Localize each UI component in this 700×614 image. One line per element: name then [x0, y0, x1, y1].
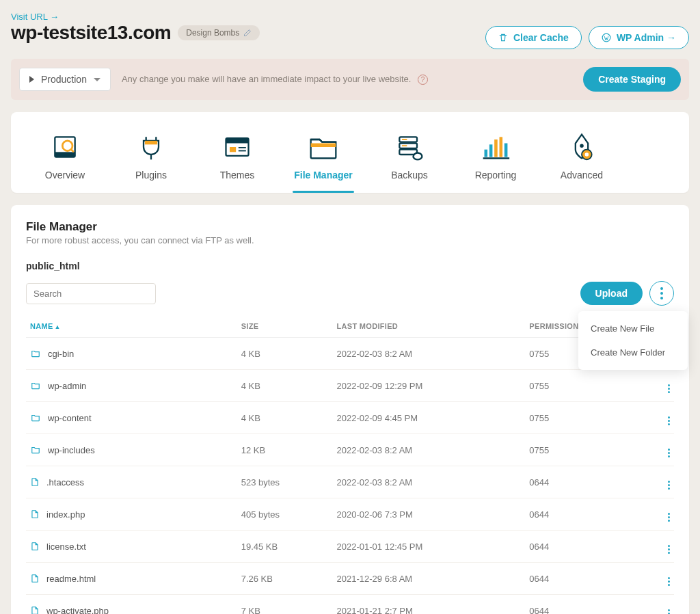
file-name: readme.html [46, 574, 96, 584]
themes-icon [197, 130, 278, 164]
file-name: wp-includes [48, 445, 95, 455]
file-permissions: 0644 [525, 531, 654, 563]
table-row[interactable]: wp-content 4 KB 2022-02-09 4:45 PM 0755 [26, 402, 674, 434]
file-permissions: 0644 [525, 466, 654, 498]
file-size: 523 bytes [237, 466, 333, 498]
table-row[interactable]: readme.html 7.26 KB 2021-12-29 6:8 AM 06… [26, 563, 674, 595]
table-row[interactable]: license.txt 19.45 KB 2022-01-01 12:45 PM… [26, 531, 674, 563]
staging-banner: Production Any change you make will have… [11, 59, 689, 100]
file-name-cell: readme.html [30, 573, 233, 584]
visit-url-link[interactable]: Visit URL → [11, 12, 59, 22]
file-manager-icon [283, 130, 364, 164]
table-row[interactable]: index.php 405 bytes 2020-02-06 7:3 PM 06… [26, 498, 674, 531]
file-name: index.php [46, 509, 85, 520]
wp-admin-label: WP Admin → [617, 32, 676, 43]
trash-icon [498, 33, 508, 42]
svg-rect-18 [485, 150, 488, 157]
file-name: wp-activate.php [46, 606, 109, 615]
search-box[interactable] [26, 283, 156, 304]
svg-point-24 [580, 144, 584, 148]
file-name-cell: wp-includes [30, 445, 233, 455]
fm-title: File Manager [26, 220, 674, 234]
vertical-dots-icon [668, 449, 670, 457]
tab-file-manager[interactable]: File Manager [280, 124, 366, 193]
file-modified: 2021-12-29 6:8 AM [333, 563, 526, 595]
svg-rect-2 [55, 152, 75, 157]
tab-reporting[interactable]: Reporting [453, 124, 539, 193]
environment-select[interactable]: Production [19, 68, 111, 91]
file-modified: 2022-02-03 8:2 AM [333, 434, 526, 466]
chevron-down-icon [94, 78, 100, 81]
row-actions-button[interactable] [654, 595, 674, 615]
tab-label: Themes [220, 170, 255, 181]
file-permissions: 0644 [525, 563, 654, 595]
play-icon [29, 76, 34, 83]
file-size: 19.45 KB [237, 531, 333, 563]
vertical-dots-icon [660, 287, 663, 299]
tab-label: File Manager [294, 170, 353, 181]
menu-new-file[interactable]: Create New File [578, 317, 688, 341]
search-input[interactable] [33, 289, 148, 299]
file-size: 4 KB [237, 402, 333, 434]
wp-admin-button[interactable]: WP Admin → [589, 26, 689, 49]
file-name: license.txt [46, 542, 86, 552]
create-staging-button[interactable]: Create Staging [583, 67, 681, 92]
clear-cache-button[interactable]: Clear Cache [485, 26, 582, 49]
design-bombs-pill[interactable]: Design Bombs [178, 25, 260, 40]
tab-backups[interactable]: Backups [366, 124, 453, 193]
tab-label: Plugins [135, 170, 167, 181]
help-icon[interactable]: ? [418, 75, 428, 85]
table-row[interactable]: .htaccess 523 bytes 2022-02-03 8:2 AM 06… [26, 466, 674, 498]
banner-text: Any change you make will have an immedia… [122, 74, 572, 85]
col-size[interactable]: SIZE [237, 315, 333, 338]
vertical-dots-icon [668, 577, 670, 586]
row-actions-button[interactable] [654, 563, 674, 595]
clear-cache-label: Clear Cache [513, 32, 569, 43]
backups-icon [369, 130, 450, 164]
row-actions-button[interactable] [654, 370, 674, 402]
table-row[interactable]: wp-activate.php 7 KB 2021-01-21 2:7 PM 0… [26, 595, 674, 615]
file-modified: 2021-01-21 2:7 PM [333, 595, 526, 615]
tab-themes[interactable]: Themes [194, 124, 280, 193]
col-name-label: NAME [30, 322, 53, 330]
more-actions-button[interactable] [649, 281, 674, 306]
menu-new-folder[interactable]: Create New Folder [578, 341, 688, 364]
row-actions-button[interactable] [654, 434, 674, 466]
table-row[interactable]: cgi-bin 4 KB 2022-02-03 8:2 AM 0755 [26, 338, 674, 370]
file-name: wp-content [48, 413, 92, 423]
upload-button[interactable]: Upload [580, 282, 643, 305]
col-name[interactable]: NAME▲ [26, 315, 237, 338]
more-actions-menu: Create New File Create New Folder [578, 311, 688, 370]
row-actions-button[interactable] [654, 466, 674, 498]
file-size: 12 KB [237, 434, 333, 466]
file-name: wp-admin [48, 381, 86, 391]
file-permissions: 0755 [525, 434, 654, 466]
file-permissions: 0755 [525, 370, 654, 402]
file-size: 405 bytes [237, 498, 333, 531]
row-actions-button[interactable] [654, 498, 674, 531]
advanced-icon [541, 130, 622, 164]
breadcrumb: public_html [26, 261, 674, 271]
env-label: Production [41, 74, 87, 85]
vertical-dots-icon [668, 481, 670, 490]
row-actions-button[interactable] [654, 531, 674, 563]
vertical-dots-icon [668, 416, 670, 425]
site-title: wp-testsite13.com [11, 22, 171, 44]
row-actions-button[interactable] [654, 402, 674, 434]
plugins-icon [111, 130, 191, 164]
file-size: 7.26 KB [237, 563, 333, 595]
file-modified: 2022-01-01 12:45 PM [333, 531, 526, 563]
tab-plugins[interactable]: Plugins [108, 124, 194, 193]
svg-rect-5 [145, 141, 157, 145]
wordpress-icon [602, 33, 611, 42]
table-row[interactable]: wp-includes 12 KB 2022-02-03 8:2 AM 0755 [26, 434, 674, 466]
tab-advanced[interactable]: Advanced [539, 124, 625, 193]
file-permissions: 0644 [525, 595, 654, 615]
col-modified[interactable]: LAST MODIFIED [333, 315, 526, 338]
svg-rect-21 [500, 137, 503, 157]
tab-overview[interactable]: Overview [22, 124, 108, 193]
table-row[interactable]: wp-admin 4 KB 2022-02-09 12:29 PM 0755 [26, 370, 674, 402]
svg-point-26 [585, 152, 589, 157]
fm-subtitle: For more robust access, you can connect … [26, 235, 674, 245]
file-name-cell: index.php [30, 509, 233, 520]
